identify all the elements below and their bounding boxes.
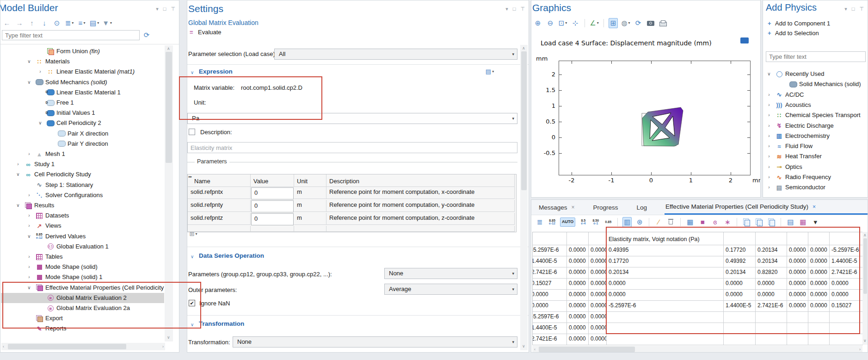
table-cell[interactable]: 0.0000 <box>808 267 830 279</box>
tree-item-global-matrix-evaluation-2[interactable]: ▦Global Matrix Evaluation 2 <box>1 293 164 303</box>
table-cell[interactable]: -5.2597E-6 <box>607 301 724 312</box>
table-cell[interactable] <box>808 334 830 345</box>
zoom-out-icon[interactable]: ⊖ <box>546 18 555 28</box>
scientific-notation-icon[interactable]: 8.85e-12 <box>548 217 557 227</box>
tree-item-export[interactable]: Export <box>1 313 164 323</box>
plot-window-icon[interactable] <box>740 37 749 43</box>
physics-item-semiconductor[interactable]: ›▤Semiconductor <box>763 182 868 192</box>
model-tree-vscrollbar[interactable]: ∧ ∨ <box>165 45 173 341</box>
transformation-dropdown[interactable]: None▾ <box>233 336 517 348</box>
table-cell[interactable] <box>787 334 808 345</box>
close-tab-icon[interactable]: × <box>813 204 816 210</box>
table-cell[interactable] <box>830 323 863 334</box>
column-format-button[interactable]: ▦ <box>798 217 807 227</box>
physics-item-electric-discharge[interactable]: ›↯Electric Discharge <box>763 121 868 131</box>
table-cell[interactable]: 0.82820 <box>756 267 787 279</box>
table-cell[interactable]: 0.0000 <box>589 301 607 312</box>
settings-vscrollbar[interactable]: ∧ ∨ <box>520 45 528 350</box>
chevron-down-icon[interactable]: ∨ <box>26 283 32 293</box>
print-icon[interactable] <box>659 18 668 28</box>
zoom-in-icon[interactable]: ⊕ <box>533 18 542 28</box>
table-cell[interactable] <box>830 312 863 323</box>
table-cell[interactable] <box>756 323 787 334</box>
tree-item-solver-configurations[interactable]: ›⋱Solver Configurations <box>1 190 164 200</box>
table-cell[interactable]: 0.0000 <box>607 279 724 290</box>
table-cell[interactable]: 0.0000 <box>830 279 863 290</box>
tree-item-effective-material-properties-cell-periodicity-study[interactable]: ∨Effective Material Properties (Cell Per… <box>1 283 164 293</box>
unit-dropdown[interactable]: Pa▾ <box>187 113 517 124</box>
tree-item-linear-elastic-material-1[interactable]: DLinear Elastic Material 1 <box>1 87 164 98</box>
table-cell[interactable] <box>724 334 756 345</box>
chevron-right-icon[interactable]: › <box>26 190 32 200</box>
tab-messages[interactable]: Messages× <box>538 200 576 215</box>
delete-table-button[interactable] <box>666 217 676 227</box>
table-cell[interactable]: 0.0000 <box>607 290 724 301</box>
copy-table-button[interactable] <box>742 217 751 227</box>
tree-item-mesh-1[interactable]: ›▲Mesh 1 <box>1 149 164 159</box>
physics-item-ac-dc[interactable]: ›∿AC/DC <box>763 90 868 100</box>
table-cell[interactable]: 0.49392 <box>724 256 756 267</box>
export-table-button[interactable]: → <box>754 217 763 227</box>
table-cell[interactable]: 0.0000 <box>567 267 589 279</box>
tab-effective-material-properties-cell-periodicity-study[interactable]: Effective Material Properties (Cell Peri… <box>665 200 868 215</box>
close-tab-icon[interactable]: × <box>572 204 575 211</box>
table-cell[interactable]: 0.0000 <box>567 323 589 334</box>
model-tree-filter-input[interactable] <box>2 30 140 40</box>
table-cell[interactable] <box>607 323 724 334</box>
table-cell[interactable]: 2.7421E-6 <box>533 267 567 279</box>
table-cell[interactable]: -5.2597E-6 <box>533 245 567 256</box>
description-input[interactable] <box>187 142 517 153</box>
tree-item-form-union[interactable]: Form Union (fin) <box>1 46 164 56</box>
expand-all-icon[interactable]: ≣▾ <box>65 18 74 28</box>
table-cell[interactable]: 0.0000 <box>533 290 567 301</box>
tree-item-mode-shape-solid[interactable]: ›Mode Shape (solid) <box>1 262 164 272</box>
collapse-icon[interactable]: ▾ <box>844 6 847 12</box>
table-cell[interactable]: 0.0000 <box>567 245 589 256</box>
physics-item-solid-mechanics-solid[interactable]: Solid Mechanics (solid) <box>763 79 868 89</box>
table-cell[interactable]: 0.0000 <box>567 301 589 312</box>
table-cell[interactable]: 0.0000 <box>567 290 589 301</box>
chevron-right-icon[interactable]: › <box>26 211 32 221</box>
table-cell[interactable]: 0.0000 <box>589 312 607 323</box>
table-cell[interactable]: -5.2597E-6 <box>830 245 863 256</box>
table-view-button[interactable]: ▥ <box>622 217 632 227</box>
table-cell[interactable]: 0.0000 <box>589 267 607 279</box>
chevron-right-icon[interactable]: › <box>766 172 772 182</box>
particle-button[interactable]: ∗ <box>723 217 732 227</box>
table-cell[interactable]: 0.17720 <box>724 245 756 256</box>
tree-item-derived-values[interactable]: ∨8.85e-12Derived Values <box>1 231 164 242</box>
chevron-down-icon[interactable]: ∨ <box>26 231 32 242</box>
chevron-right-icon[interactable]: › <box>26 272 32 282</box>
table-cell[interactable]: 0.0000 <box>756 290 787 301</box>
tree-item-step-1-stationary[interactable]: ∿Step 1: Stationary <box>1 180 164 190</box>
table-cell[interactable]: 0.20134 <box>756 245 787 256</box>
more-options-dropdown[interactable]: ▾ <box>811 217 820 227</box>
tree-item-pair-x-direction[interactable]: Pair X direction <box>1 129 164 139</box>
table-cell[interactable]: 0.0000 <box>589 279 607 290</box>
zoom-box-icon[interactable]: ⊡▾ <box>558 18 567 28</box>
tree-item-tables[interactable]: ›Tables <box>1 252 164 262</box>
chevron-right-icon[interactable]: › <box>766 90 772 100</box>
physics-item-optics[interactable]: ›⊸Optics <box>763 162 868 172</box>
copy-selection-button[interactable] <box>767 217 776 227</box>
grid-toggle-button[interactable]: ⊞ <box>609 18 618 28</box>
table-cell[interactable] <box>724 312 756 323</box>
table-cell[interactable]: 2.7421E-6 <box>533 334 567 345</box>
evaluation-target-icon[interactable]: ▤▾ <box>485 67 494 77</box>
collapse-icon[interactable]: ▾ <box>156 6 159 12</box>
table-cell[interactable]: 0.0000 <box>533 301 567 312</box>
nav-back-icon[interactable]: ← <box>2 18 12 28</box>
table-cell[interactable]: 0.0000 <box>567 334 589 345</box>
chevron-right-icon[interactable]: › <box>766 141 772 151</box>
plot-table-button[interactable]: ▦ <box>685 217 695 227</box>
table-cell[interactable]: 0.20134 <box>756 256 787 267</box>
data-series-section-header[interactable]: Data Series Operation <box>199 252 264 259</box>
collapse-all-icon[interactable]: ≡▾ <box>77 18 86 28</box>
float-icon[interactable]: □ <box>852 6 855 12</box>
table-cell[interactable]: 0.17720 <box>607 256 724 267</box>
tree-item-linear-elastic-material[interactable]: ›∷Linear Elastic Material (mat1) <box>1 67 164 77</box>
description-checkbox[interactable] <box>189 129 195 135</box>
table-cell[interactable]: 0.0000 <box>787 290 808 301</box>
move-up-icon[interactable]: ↑ <box>27 18 37 28</box>
physics-item-acoustics[interactable]: ›)))Acoustics <box>763 100 868 110</box>
